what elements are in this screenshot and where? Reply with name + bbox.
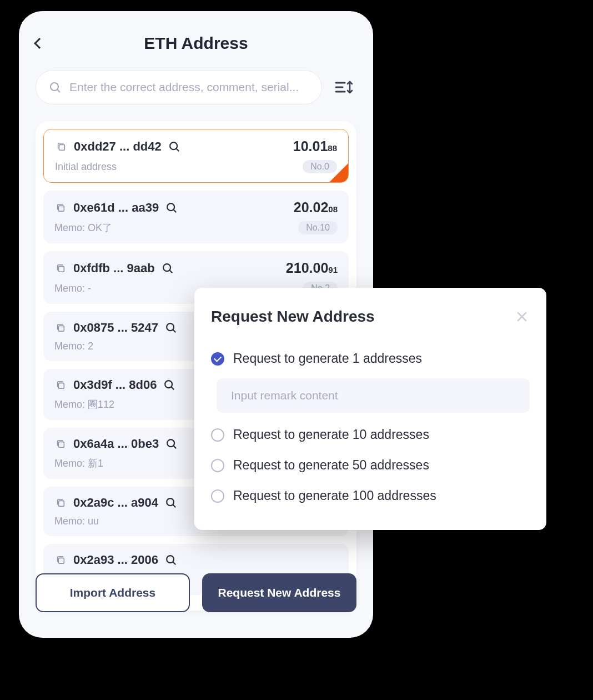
copy-icon[interactable] xyxy=(55,141,67,153)
radio-icon[interactable] xyxy=(211,459,224,472)
address-text: 0xe61d ... aa39 xyxy=(73,201,159,215)
svg-point-15 xyxy=(167,323,174,331)
search-box[interactable] xyxy=(36,70,322,104)
svg-rect-11 xyxy=(58,266,64,272)
magnify-icon[interactable] xyxy=(165,202,178,214)
generate-option[interactable]: Request to generate 10 addresses xyxy=(211,419,530,450)
svg-rect-23 xyxy=(58,501,64,506)
copy-icon[interactable] xyxy=(54,322,67,334)
option-label: Request to generate 100 addresses xyxy=(233,488,436,503)
modal-close-button[interactable] xyxy=(514,309,530,324)
copy-icon[interactable] xyxy=(54,202,67,214)
address-row-main: 0xe61d ... aa3920.0208 xyxy=(54,199,338,216)
modal-title: Request New Address xyxy=(211,308,375,326)
radio-icon[interactable] xyxy=(211,428,224,442)
address-row-main: 0x2a93 ... 2006 xyxy=(54,553,338,567)
magnify-icon[interactable] xyxy=(162,262,174,274)
selected-corner-icon xyxy=(329,163,348,182)
svg-point-9 xyxy=(167,203,174,211)
serial-badge: No.10 xyxy=(298,221,338,234)
svg-line-13 xyxy=(169,270,172,273)
balance-value: 20.0208 xyxy=(294,199,338,216)
svg-line-22 xyxy=(173,446,176,448)
svg-point-24 xyxy=(167,498,174,506)
search-row xyxy=(19,64,373,104)
svg-rect-17 xyxy=(58,383,64,388)
magnify-icon[interactable] xyxy=(168,141,180,153)
address-row-meta: Initial addressNo.0 xyxy=(55,160,337,173)
copy-icon[interactable] xyxy=(54,379,67,391)
import-address-button[interactable]: Import Address xyxy=(36,573,190,612)
memo-text: Memo: uu xyxy=(54,516,99,527)
memo-text: Memo: 新1 xyxy=(54,457,103,470)
copy-icon[interactable] xyxy=(54,554,67,566)
magnify-icon[interactable] xyxy=(165,438,178,450)
memo-text: Memo: OK了 xyxy=(54,221,112,234)
memo-text: Memo: 圈112 xyxy=(54,398,114,411)
generate-option[interactable]: Request to generate 1 addresses xyxy=(211,343,530,374)
balance-value: 10.0188 xyxy=(293,138,337,154)
magnify-icon[interactable] xyxy=(165,554,177,566)
svg-point-21 xyxy=(167,439,174,447)
address-text: 0x2a9c ... a904 xyxy=(73,496,158,510)
radio-icon[interactable] xyxy=(211,489,224,503)
request-new-address-button[interactable]: Request New Address xyxy=(202,573,356,612)
copy-icon[interactable] xyxy=(54,438,67,450)
request-new-address-modal: Request New Address Request to generate … xyxy=(194,288,546,530)
balance-value: 210.0091 xyxy=(286,260,338,276)
svg-rect-14 xyxy=(58,326,64,331)
svg-rect-5 xyxy=(59,144,64,150)
close-icon xyxy=(516,311,527,322)
option-label: Request to generate 50 addresses xyxy=(233,458,429,473)
svg-point-12 xyxy=(163,264,170,271)
option-label: Request to generate 10 addresses xyxy=(233,427,429,442)
sort-button[interactable] xyxy=(332,75,356,99)
svg-point-6 xyxy=(170,142,177,149)
address-text: 0x6a4a ... 0be3 xyxy=(73,437,159,451)
svg-rect-26 xyxy=(58,558,64,563)
svg-line-10 xyxy=(173,209,176,212)
address-text: 0x0875 ... 5247 xyxy=(73,321,158,335)
memo-text: Memo: - xyxy=(54,283,91,294)
header: ETH Address xyxy=(19,11,373,64)
svg-line-28 xyxy=(173,562,175,564)
address-card[interactable]: 0xdd27 ... dd4210.0188Initial addressNo.… xyxy=(43,129,349,183)
address-text: 0x2a93 ... 2006 xyxy=(73,553,158,567)
bottom-bar: Import Address Request New Address xyxy=(36,573,356,612)
address-row-main: 0xdd27 ... dd4210.0188 xyxy=(55,138,337,154)
svg-rect-20 xyxy=(58,442,64,447)
modal-header: Request New Address xyxy=(211,308,530,326)
address-text: 0x3d9f ... 8d06 xyxy=(73,378,157,392)
page-title: ETH Address xyxy=(36,34,356,53)
address-text: 0xfdfb ... 9aab xyxy=(73,261,155,276)
svg-line-25 xyxy=(173,504,175,507)
svg-line-19 xyxy=(172,387,174,389)
option-label: Request to generate 1 addresses xyxy=(233,351,422,366)
search-input[interactable] xyxy=(69,81,309,94)
magnify-icon[interactable] xyxy=(163,379,175,391)
svg-point-27 xyxy=(167,556,174,563)
search-icon xyxy=(48,81,62,94)
address-card[interactable]: 0xe61d ... aa3920.0208Memo: OK了No.10 xyxy=(43,191,349,243)
sort-icon xyxy=(335,79,354,95)
address-text: 0xdd27 ... dd42 xyxy=(74,139,162,154)
address-row-main: 0xfdfb ... 9aab210.0091 xyxy=(54,260,338,276)
svg-point-18 xyxy=(165,381,173,388)
svg-line-1 xyxy=(57,89,60,92)
magnify-icon[interactable] xyxy=(165,322,177,334)
remark-input[interactable] xyxy=(217,378,530,413)
svg-rect-8 xyxy=(58,206,64,211)
svg-point-0 xyxy=(51,83,58,91)
generate-option[interactable]: Request to generate 50 addresses xyxy=(211,450,530,481)
magnify-icon[interactable] xyxy=(165,497,177,509)
svg-line-16 xyxy=(173,329,175,332)
address-row-meta: Memo: OK了No.10 xyxy=(54,221,338,234)
svg-line-7 xyxy=(176,148,179,151)
memo-text: Memo: 2 xyxy=(54,341,93,352)
copy-icon[interactable] xyxy=(54,262,67,274)
generate-option[interactable]: Request to generate 100 addresses xyxy=(211,481,530,511)
memo-text: Initial address xyxy=(55,161,117,173)
radio-checked-icon[interactable] xyxy=(211,352,224,366)
copy-icon[interactable] xyxy=(54,497,67,509)
